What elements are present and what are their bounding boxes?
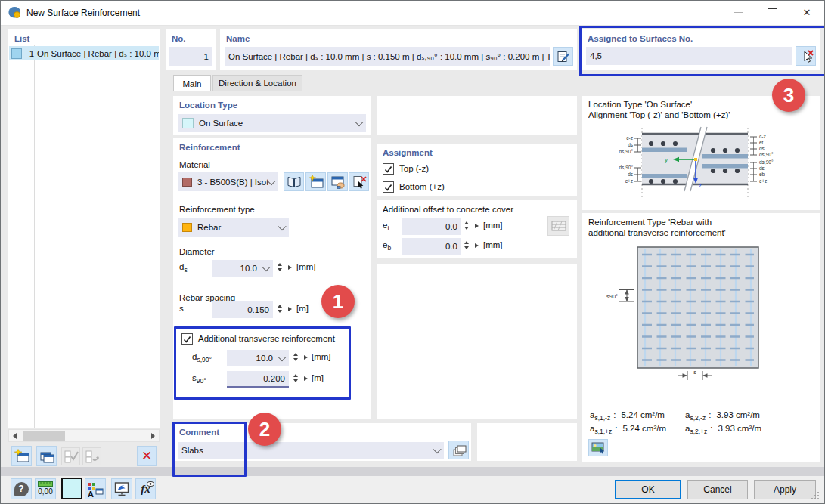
axis-z-label: z [699,182,702,189]
axis-y-label: y [665,156,668,163]
assignment-header: Assignment [383,148,433,157]
reinforcement-header: Reinforcement [179,143,240,152]
result-as1-top: as,1,-z:5.24 cm²/m [590,410,665,422]
empty-group [377,96,577,135]
chevron-down-icon [278,222,286,230]
detail-arrow-icon[interactable] [288,265,292,270]
list-item-color-swatch [11,48,22,59]
monitor-icon [113,481,130,497]
minimize-button[interactable] [726,1,750,24]
new-material-button[interactable] [305,172,326,191]
scroll-right-icon[interactable] [151,433,155,439]
svg-text:et: et [759,140,764,145]
app-icon [8,6,21,19]
tab-direction-location[interactable]: Direction & Location [212,75,302,91]
top-label: Top (-z) [399,164,429,173]
bottom-checkbox[interactable] [383,181,394,193]
tab-main[interactable]: Main [173,75,211,91]
svg-text:ds: ds [759,165,765,171]
spacing-spinner[interactable] [278,305,282,313]
list-hscrollbar[interactable] [8,429,160,442]
detail-arrow-icon[interactable] [475,243,479,248]
reinforcement-type-label: Reinforcement type [179,205,255,214]
scrollbar-thumb[interactable] [23,431,65,441]
detail-arrow-icon[interactable] [288,307,292,311]
svg-text:ds: ds [759,146,765,151]
material-select[interactable]: 3 - B500S(B) | Isotr... [178,172,278,191]
edit-pencil-icon [556,50,571,63]
offset-eb-field[interactable]: 0.0 [402,238,461,255]
new-window-star-icon [14,449,30,464]
apply-button[interactable]: Apply [754,480,816,499]
svg-text:ds: ds [628,142,634,147]
name-field[interactable]: On Surface | Rebar | dₛ : 10.0 mm | s : … [225,47,550,66]
offset-et-spinner[interactable] [464,221,469,230]
cascade-windows-icon [451,444,467,457]
diameter-spinner[interactable] [278,263,282,271]
material-library-button[interactable] [284,172,304,191]
delete-material-button[interactable] [349,172,369,191]
spacing-unit: [m] [296,304,309,313]
formula-button[interactable]: fx [135,478,156,499]
delete-item-button[interactable]: ✕ [137,446,157,466]
preview-image-button[interactable] [588,439,608,456]
no-label: No. [172,34,186,43]
edit-window-icon [330,175,346,190]
comment-templates-button[interactable] [448,441,469,459]
ok-button[interactable]: OK [615,480,681,499]
close-button[interactable]: ✕ [795,1,819,24]
units-settings-button[interactable]: 0,00 [35,478,56,499]
new-item-button[interactable] [11,446,32,466]
new-surface-reinforcement-dialog: New Surface Reinforcement ✕ List 1 On Su… [0,0,825,504]
window-title: New Surface Reinforcement [26,8,140,18]
offset-eb-spinner[interactable] [464,241,469,249]
offset-et-symbol: et [383,221,389,232]
top-checkbox[interactable] [383,163,394,175]
svg-text:c+z: c+z [759,178,767,184]
copy-item-button[interactable] [36,446,57,466]
svg-text:eb: eb [759,172,765,177]
cancel-button[interactable]: Cancel [687,480,748,499]
list-item-number: 1 [25,49,34,58]
edit-name-button[interactable] [553,47,573,66]
invert-selection-button[interactable] [82,447,101,465]
material-label: Material [179,160,210,169]
result-as2-bottom: as,2,+z:3.93 cm²/m [685,424,761,435]
chevron-down-icon [355,118,363,126]
chevron-down-icon [267,176,275,184]
diameter-label: Diameter [179,247,215,256]
offset-et-unit: [mm] [483,221,503,230]
concrete-cover-button[interactable] [547,216,569,236]
resize-grip[interactable] [810,490,820,501]
svg-text:ds: ds [628,172,634,177]
scroll-left-icon[interactable] [13,433,17,439]
reinforcement-type-select[interactable]: Rebar [178,218,289,237]
display-on-screen-button[interactable] [111,478,132,499]
eye-icon [147,481,154,487]
slab-cross-section-diagram: y z c-z ds ds,90° ds,90° ds c+z c-z et d… [583,120,814,207]
svg-text:ds,90°: ds,90° [619,165,633,170]
list-item[interactable]: 1 On Surface | Rebar | dₛ : 10.0 mm [9,46,159,60]
display-properties-button[interactable]: A [85,478,106,499]
detail-arrow-icon[interactable] [475,224,479,228]
color-swatch-button[interactable] [61,478,82,499]
name-label: Name [226,34,250,43]
delete-x-icon: ✕ [141,448,152,464]
annotation-box-comment [172,422,247,477]
annotation-badge-2: 2 [248,413,281,446]
select-all-button[interactable] [61,447,80,465]
location-type-swatch [182,118,194,128]
help-button[interactable]: ? [11,478,32,499]
bottom-label: Bottom (+z) [399,182,445,191]
maximize-button[interactable] [760,1,784,24]
edit-material-button[interactable] [327,172,348,191]
spacing-field[interactable]: 0.150 [212,301,273,318]
diameter-combobox[interactable]: 10.0 [212,260,273,277]
offset-et-field[interactable]: 0.0 [402,218,461,235]
location-type-select[interactable]: On Surface [178,114,366,132]
s-dim-label: s [693,369,696,376]
picture-icon [591,441,606,454]
svg-text:ds,90°: ds,90° [619,149,633,154]
svg-text:c+z: c+z [625,178,633,184]
spacing-symbol: s [179,304,184,315]
